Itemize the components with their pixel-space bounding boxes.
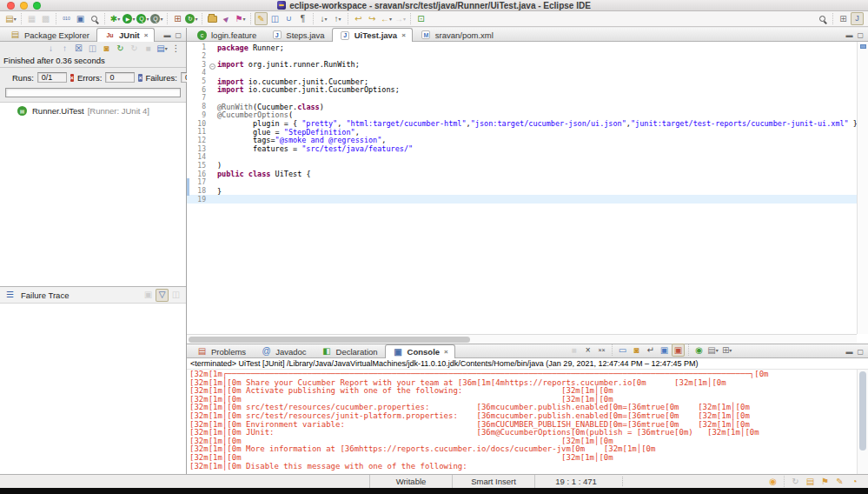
editor-tab-uitest-java[interactable]: JUiTest.java× xyxy=(332,28,413,42)
next-edit-location-button[interactable]: ↪ xyxy=(366,12,379,25)
tab-javadoc[interactable]: @Javadoc xyxy=(253,344,313,357)
console-view: ▤Problems@Javadoc◧Declaration▣Console×■×… xyxy=(187,344,868,474)
show-stdout-button[interactable]: ▣ xyxy=(658,344,671,357)
code-line: 13 features = "src/test/java/features/" xyxy=(187,144,857,153)
editor-hscrollbar[interactable] xyxy=(187,334,857,344)
terminate-button[interactable]: ■ xyxy=(567,344,580,357)
remove-launch-button[interactable]: × xyxy=(581,344,594,357)
rerun-failed-button[interactable]: ↻ xyxy=(128,42,141,55)
run-button[interactable]: ▶▾ xyxy=(123,12,136,25)
remote-display-button[interactable]: ▣ xyxy=(74,12,87,25)
progress-icon[interactable]: ◔ xyxy=(848,475,861,488)
search-flag-button[interactable]: ⚑▾ xyxy=(234,12,247,25)
tab-package-explorer[interactable]: ▤Package Explorer xyxy=(2,28,96,41)
filter-stack-trace-button[interactable]: ▽ xyxy=(156,289,169,302)
open-perspective-button[interactable]: ⊞ xyxy=(837,12,850,25)
next-failed-test-button[interactable]: ↓ xyxy=(44,42,57,55)
console-scroll-lock-button[interactable]: ◙ xyxy=(630,344,643,357)
last-edit-location-button[interactable]: ↩ xyxy=(352,12,365,25)
minimize-button[interactable]: ▬ xyxy=(845,31,852,39)
view-menu-button[interactable]: ⋮ xyxy=(169,42,182,55)
failure-trace-body[interactable] xyxy=(0,304,186,474)
forward-history-button[interactable]: →▾ xyxy=(394,12,407,25)
coverage-button[interactable]: Q▾ xyxy=(136,12,149,25)
close-window-button[interactable] xyxy=(7,2,15,10)
open-folder-button[interactable] xyxy=(206,12,219,25)
save-all-button[interactable]: ▩ xyxy=(39,12,52,25)
book-icon[interactable]: ▤ xyxy=(804,475,817,488)
tab-console[interactable]: ▣Console× xyxy=(385,344,455,358)
launch-rocket-button[interactable]: ▲ xyxy=(220,12,233,25)
externalize-strings-button[interactable]: U xyxy=(282,12,295,25)
open-task-button[interactable]: ⊡ xyxy=(414,12,427,25)
maximize-button[interactable]: ▢ xyxy=(175,31,182,39)
show-trace-console-button[interactable]: ▣ xyxy=(142,289,155,302)
search-button[interactable] xyxy=(816,12,829,25)
stop-junit-button[interactable]: ■ xyxy=(142,42,155,55)
code-editor[interactable]: 1package Runner;23−import org.junit.runn… xyxy=(187,42,868,344)
rerun-test-button[interactable]: ↻ xyxy=(114,42,127,55)
editor-tab-login-feature[interactable]: clogin.feature xyxy=(189,28,263,41)
display-console-button[interactable]: ▤▾ xyxy=(706,344,719,357)
failures-only-button[interactable]: ☒ xyxy=(72,42,85,55)
word-wrap-button[interactable]: ↵ xyxy=(644,344,657,357)
close-tab-icon[interactable]: × xyxy=(401,31,406,39)
lightbulb-icon[interactable]: ◉ xyxy=(766,475,779,488)
console-scrollbar[interactable] xyxy=(857,370,868,474)
save-button[interactable]: ▦ xyxy=(25,12,38,25)
java-perspective-button[interactable]: J xyxy=(851,12,864,25)
grid-type-button[interactable]: ⊞ xyxy=(171,12,184,25)
tab-junit[interactable]: JuJUnit× xyxy=(96,28,155,42)
editor-tab-steps-java[interactable]: JSteps.java xyxy=(263,28,331,41)
remove-all-launches-button[interactable]: ×× xyxy=(595,344,608,357)
close-tab-icon[interactable]: × xyxy=(144,31,149,39)
inspect-button[interactable] xyxy=(88,12,101,25)
code-line: 3−import org.junit.runner.RunWith; xyxy=(187,60,857,69)
overview-ruler[interactable] xyxy=(857,42,868,334)
back-history-button[interactable]: ←▾ xyxy=(380,12,393,25)
open-console-button[interactable]: ⊞▾ xyxy=(720,344,733,357)
test-history-button[interactable]: ▤▾ xyxy=(156,42,169,55)
sync-icon[interactable]: ↻ xyxy=(789,475,802,488)
close-tab-icon[interactable]: × xyxy=(444,348,448,356)
tab-declaration[interactable]: ◧Declaration xyxy=(314,344,385,357)
debug-button[interactable]: ✱▾ xyxy=(109,12,122,25)
prev-failed-test-button[interactable]: ↑ xyxy=(58,42,71,55)
test-tree-item[interactable]: ▤Runner.UiTest [Runner: JUnit 4] xyxy=(0,105,186,117)
code-text: tags="@smoke and @regression", xyxy=(217,136,386,144)
cucumber-run-button[interactable]: ↻▾ xyxy=(185,12,198,25)
binary-console-button[interactable]: 010 xyxy=(60,12,73,25)
minimize-window-button[interactable] xyxy=(20,2,28,10)
pencil-icon[interactable]: ✎ xyxy=(833,475,846,488)
tab-problems[interactable]: ▤Problems xyxy=(189,344,253,357)
compare-result-button[interactable]: ◫ xyxy=(169,289,182,302)
fold-collapse-icon[interactable]: − xyxy=(208,60,217,70)
show-stderr-button[interactable]: ▣ xyxy=(672,344,685,357)
caret-marker xyxy=(860,44,866,49)
show-whitespace-button[interactable]: ¶ xyxy=(296,12,309,25)
maximize-button[interactable]: ▢ xyxy=(857,31,864,39)
linked-view-button[interactable]: ◫ xyxy=(268,12,282,25)
maximize-button[interactable]: ▢ xyxy=(857,348,864,356)
junit-view: ▤Package ExplorerJuJUnit×▬▢ ↓↑☒◫◙↻↻■▤▾⋮ … xyxy=(0,28,187,474)
code-line: 9@CucumberOptions( xyxy=(187,111,857,120)
code-line: 2 xyxy=(187,52,857,61)
highlighter-button[interactable]: ✎ xyxy=(255,12,268,25)
minimize-button[interactable]: ▬ xyxy=(163,31,170,39)
prev-annotation-button[interactable]: ↑▾ xyxy=(331,12,344,25)
editor-tab-sravan-pom-xml[interactable]: Msravan/pom.xml xyxy=(413,28,500,41)
skipped-tests-filter-button[interactable]: ◫ xyxy=(86,42,99,55)
flag-icon[interactable]: ⚑ xyxy=(818,475,832,488)
clear-console-button[interactable]: ▭ xyxy=(616,344,629,357)
runs-value: 0/1 xyxy=(37,72,67,83)
profile-button[interactable]: Q▾ xyxy=(150,12,163,25)
zoom-window-button[interactable] xyxy=(33,2,41,10)
toolbar-separator xyxy=(784,476,785,487)
errors-label: Errors: xyxy=(77,73,103,83)
next-annotation-button[interactable]: ↓▾ xyxy=(317,12,330,25)
minimize-button[interactable]: ▬ xyxy=(845,348,852,356)
console-output[interactable]: [32m[1m┌────────────────────────────────… xyxy=(187,370,868,474)
scroll-lock-button[interactable]: ◙ xyxy=(100,42,113,55)
pin-console-button[interactable]: ◉ xyxy=(692,344,706,357)
new-wizard-button[interactable]: ▤▾ xyxy=(4,12,17,25)
